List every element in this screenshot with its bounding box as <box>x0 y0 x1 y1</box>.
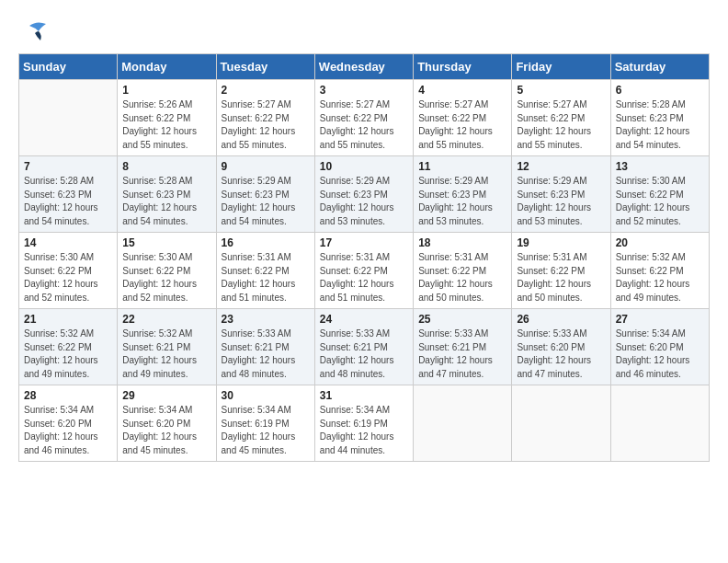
day-info: Sunrise: 5:34 AM Sunset: 6:20 PM Dayligh… <box>24 404 112 457</box>
calendar-cell: 5Sunrise: 5:27 AM Sunset: 6:22 PM Daylig… <box>512 80 610 156</box>
calendar-cell: 31Sunrise: 5:34 AM Sunset: 6:19 PM Dayli… <box>314 385 413 462</box>
day-info: Sunrise: 5:28 AM Sunset: 6:23 PM Dayligh… <box>24 175 112 228</box>
day-info: Sunrise: 5:34 AM Sunset: 6:19 PM Dayligh… <box>222 404 310 457</box>
day-number: 12 <box>517 160 605 173</box>
calendar-cell: 14Sunrise: 5:30 AM Sunset: 6:22 PM Dayli… <box>19 233 118 309</box>
day-number: 24 <box>320 313 408 326</box>
calendar-week-row: 28Sunrise: 5:34 AM Sunset: 6:20 PM Dayli… <box>19 385 710 462</box>
calendar-cell <box>512 385 610 462</box>
calendar-cell: 8Sunrise: 5:28 AM Sunset: 6:23 PM Daylig… <box>118 156 216 233</box>
day-info: Sunrise: 5:33 AM Sunset: 6:21 PM Dayligh… <box>418 327 506 381</box>
calendar-cell: 15Sunrise: 5:30 AM Sunset: 6:22 PM Dayli… <box>118 233 216 309</box>
weekday-header-tuesday: Tuesday <box>216 54 314 80</box>
day-number: 27 <box>616 313 704 326</box>
day-info: Sunrise: 5:33 AM Sunset: 6:21 PM Dayligh… <box>320 327 408 381</box>
calendar-cell: 23Sunrise: 5:33 AM Sunset: 6:21 PM Dayli… <box>216 309 314 385</box>
weekday-header-friday: Friday <box>512 54 610 80</box>
calendar-cell: 19Sunrise: 5:31 AM Sunset: 6:22 PM Dayli… <box>512 233 610 309</box>
day-info: Sunrise: 5:34 AM Sunset: 6:19 PM Dayligh… <box>320 404 408 457</box>
calendar-cell: 16Sunrise: 5:31 AM Sunset: 6:22 PM Dayli… <box>216 233 314 309</box>
day-info: Sunrise: 5:34 AM Sunset: 6:20 PM Dayligh… <box>122 404 210 457</box>
day-number: 3 <box>320 84 408 97</box>
day-info: Sunrise: 5:32 AM Sunset: 6:22 PM Dayligh… <box>616 251 704 304</box>
calendar-cell: 30Sunrise: 5:34 AM Sunset: 6:19 PM Dayli… <box>216 385 314 462</box>
day-info: Sunrise: 5:30 AM Sunset: 6:22 PM Dayligh… <box>24 251 112 304</box>
day-number: 28 <box>24 389 112 402</box>
logo-text <box>18 18 50 48</box>
calendar-cell: 4Sunrise: 5:27 AM Sunset: 6:22 PM Daylig… <box>414 80 512 156</box>
calendar-cell: 6Sunrise: 5:28 AM Sunset: 6:23 PM Daylig… <box>610 80 709 156</box>
day-number: 23 <box>222 313 310 326</box>
day-info: Sunrise: 5:31 AM Sunset: 6:22 PM Dayligh… <box>418 251 506 304</box>
day-number: 9 <box>222 160 310 173</box>
day-number: 8 <box>122 160 210 173</box>
calendar-cell: 9Sunrise: 5:29 AM Sunset: 6:23 PM Daylig… <box>216 156 314 233</box>
day-info: Sunrise: 5:30 AM Sunset: 6:22 PM Dayligh… <box>616 175 704 228</box>
day-info: Sunrise: 5:31 AM Sunset: 6:22 PM Dayligh… <box>517 251 605 304</box>
day-info: Sunrise: 5:29 AM Sunset: 6:23 PM Dayligh… <box>222 175 310 228</box>
calendar-cell: 3Sunrise: 5:27 AM Sunset: 6:22 PM Daylig… <box>314 80 413 156</box>
day-number: 31 <box>320 389 408 402</box>
day-info: Sunrise: 5:34 AM Sunset: 6:20 PM Dayligh… <box>616 327 704 381</box>
day-number: 20 <box>616 236 704 249</box>
calendar-cell: 24Sunrise: 5:33 AM Sunset: 6:21 PM Dayli… <box>314 309 413 385</box>
calendar-cell: 28Sunrise: 5:34 AM Sunset: 6:20 PM Dayli… <box>19 385 118 462</box>
calendar-cell: 29Sunrise: 5:34 AM Sunset: 6:20 PM Dayli… <box>118 385 216 462</box>
calendar-cell: 26Sunrise: 5:33 AM Sunset: 6:20 PM Dayli… <box>512 309 610 385</box>
calendar-cell: 2Sunrise: 5:27 AM Sunset: 6:22 PM Daylig… <box>216 80 314 156</box>
calendar-cell: 7Sunrise: 5:28 AM Sunset: 6:23 PM Daylig… <box>19 156 118 233</box>
day-info: Sunrise: 5:32 AM Sunset: 6:21 PM Dayligh… <box>122 327 210 381</box>
weekday-header-saturday: Saturday <box>610 54 709 80</box>
calendar-cell <box>610 385 709 462</box>
calendar-week-row: 21Sunrise: 5:32 AM Sunset: 6:22 PM Dayli… <box>19 309 710 385</box>
day-number: 10 <box>320 160 408 173</box>
day-info: Sunrise: 5:27 AM Sunset: 6:22 PM Dayligh… <box>320 98 408 152</box>
day-number: 17 <box>320 236 408 249</box>
day-number: 15 <box>122 236 210 249</box>
page-header <box>18 18 710 48</box>
weekday-header-wednesday: Wednesday <box>314 54 413 80</box>
day-number: 2 <box>222 84 310 97</box>
day-info: Sunrise: 5:28 AM Sunset: 6:23 PM Dayligh… <box>122 175 210 228</box>
day-number: 4 <box>418 84 506 97</box>
day-info: Sunrise: 5:33 AM Sunset: 6:21 PM Dayligh… <box>222 327 310 381</box>
calendar-week-row: 7Sunrise: 5:28 AM Sunset: 6:23 PM Daylig… <box>19 156 710 233</box>
calendar-cell: 22Sunrise: 5:32 AM Sunset: 6:21 PM Dayli… <box>118 309 216 385</box>
calendar-cell: 27Sunrise: 5:34 AM Sunset: 6:20 PM Dayli… <box>610 309 709 385</box>
calendar-week-row: 1Sunrise: 5:26 AM Sunset: 6:22 PM Daylig… <box>19 80 710 156</box>
day-info: Sunrise: 5:29 AM Sunset: 6:23 PM Dayligh… <box>418 175 506 228</box>
calendar-cell: 11Sunrise: 5:29 AM Sunset: 6:23 PM Dayli… <box>414 156 512 233</box>
weekday-header-monday: Monday <box>118 54 216 80</box>
calendar-cell: 13Sunrise: 5:30 AM Sunset: 6:22 PM Dayli… <box>610 156 709 233</box>
calendar-cell: 25Sunrise: 5:33 AM Sunset: 6:21 PM Dayli… <box>414 309 512 385</box>
day-number: 1 <box>122 84 210 97</box>
logo-bird-icon <box>20 18 50 48</box>
calendar-cell: 21Sunrise: 5:32 AM Sunset: 6:22 PM Dayli… <box>19 309 118 385</box>
calendar-cell: 18Sunrise: 5:31 AM Sunset: 6:22 PM Dayli… <box>414 233 512 309</box>
weekday-header-sunday: Sunday <box>19 54 118 80</box>
calendar-table: SundayMondayTuesdayWednesdayThursdayFrid… <box>18 53 710 462</box>
day-number: 30 <box>222 389 310 402</box>
day-number: 6 <box>616 84 704 97</box>
calendar-cell: 1Sunrise: 5:26 AM Sunset: 6:22 PM Daylig… <box>118 80 216 156</box>
day-number: 13 <box>616 160 704 173</box>
day-info: Sunrise: 5:29 AM Sunset: 6:23 PM Dayligh… <box>320 175 408 228</box>
calendar-cell: 20Sunrise: 5:32 AM Sunset: 6:22 PM Dayli… <box>610 233 709 309</box>
day-info: Sunrise: 5:27 AM Sunset: 6:22 PM Dayligh… <box>517 98 605 152</box>
day-info: Sunrise: 5:31 AM Sunset: 6:22 PM Dayligh… <box>222 251 310 304</box>
day-number: 11 <box>418 160 506 173</box>
day-number: 22 <box>122 313 210 326</box>
calendar-cell <box>414 385 512 462</box>
day-number: 29 <box>122 389 210 402</box>
day-info: Sunrise: 5:32 AM Sunset: 6:22 PM Dayligh… <box>24 327 112 381</box>
day-number: 5 <box>517 84 605 97</box>
day-number: 21 <box>24 313 112 326</box>
day-number: 16 <box>222 236 310 249</box>
calendar-cell: 17Sunrise: 5:31 AM Sunset: 6:22 PM Dayli… <box>314 233 413 309</box>
day-number: 7 <box>24 160 112 173</box>
logo <box>18 18 50 48</box>
day-info: Sunrise: 5:27 AM Sunset: 6:22 PM Dayligh… <box>222 98 310 152</box>
day-info: Sunrise: 5:31 AM Sunset: 6:22 PM Dayligh… <box>320 251 408 304</box>
day-number: 26 <box>517 313 605 326</box>
calendar-header-row: SundayMondayTuesdayWednesdayThursdayFrid… <box>19 54 710 80</box>
